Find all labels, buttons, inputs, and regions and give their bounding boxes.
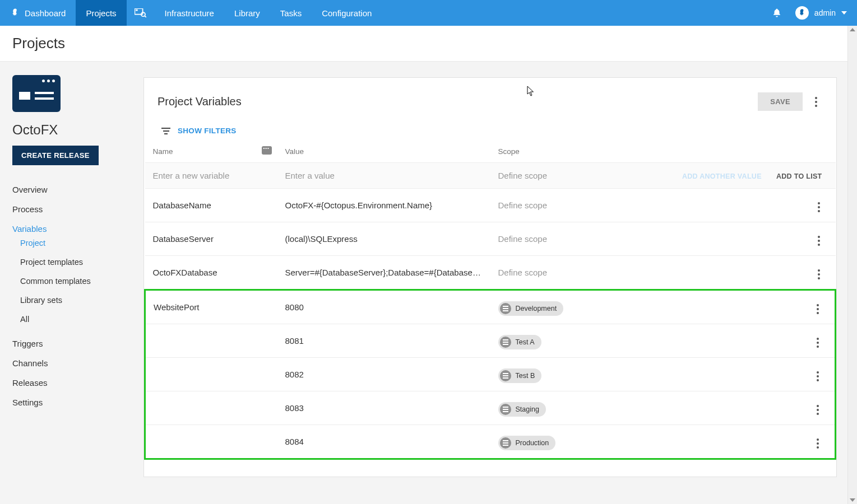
variable-name-cell[interactable]: [145, 358, 277, 391]
variable-value-cell[interactable]: 8083: [277, 391, 490, 425]
sidenav-releases[interactable]: Releases: [12, 373, 143, 393]
sidenav-process[interactable]: Process: [12, 199, 143, 219]
nav-search[interactable]: [127, 0, 155, 26]
variable-name-cell[interactable]: [145, 425, 277, 459]
sidenav-settings[interactable]: Settings: [12, 393, 143, 412]
variable-value-cell[interactable]: 8084: [277, 425, 490, 459]
variable-row: 8084Production: [145, 425, 836, 459]
nav-projects-label: Projects: [86, 8, 116, 18]
col-scope: Scope: [490, 143, 668, 163]
nav-projects[interactable]: Projects: [76, 0, 126, 26]
page-header: Projects: [0, 26, 857, 62]
user-menu[interactable]: admin: [790, 0, 857, 26]
create-release-button[interactable]: CREATE RELEASE: [12, 146, 99, 165]
variable-scope-cell[interactable]: Define scope: [490, 189, 668, 222]
card-title: Project Variables: [157, 95, 758, 108]
sidenav-releases-label: Releases: [12, 378, 48, 388]
nav-dashboard[interactable]: Dashboard: [0, 0, 76, 26]
nav-infrastructure[interactable]: Infrastructure: [155, 0, 224, 26]
variable-scope-cell[interactable]: Define scope: [490, 222, 668, 256]
new-variable-value-input[interactable]: Enter a value: [277, 163, 490, 189]
variable-row: OctoFXDatabaseServer=#{DatabaseServer};D…: [145, 256, 836, 290]
variables-table: Name Value Scope Enter a new variable En…: [144, 143, 836, 460]
description-icon[interactable]: [262, 146, 272, 155]
scope-chip-label: Test B: [516, 372, 535, 380]
scope-chip-label: Test A: [516, 338, 535, 346]
row-overflow-menu[interactable]: [811, 370, 824, 383]
row-overflow-menu[interactable]: [811, 403, 824, 417]
variable-scope-cell[interactable]: Production: [490, 425, 668, 459]
bell-icon: [772, 8, 782, 18]
variable-scope-cell[interactable]: Define scope: [490, 256, 668, 290]
variable-actions-cell: [668, 222, 836, 256]
sidenav-variables-common-templates[interactable]: Common templates: [20, 272, 143, 291]
project-sidebar: OctoFX CREATE RELEASE Overview Process V…: [0, 62, 143, 504]
notifications-button[interactable]: [764, 0, 790, 26]
variable-scope-cell[interactable]: Development: [490, 290, 668, 324]
nav-configuration[interactable]: Configuration: [312, 0, 382, 26]
logo-icon: [10, 8, 20, 18]
nav-tasks[interactable]: Tasks: [270, 0, 312, 26]
sidenav-variables-library-sets[interactable]: Library sets: [20, 291, 143, 310]
variable-name-cell[interactable]: [145, 391, 277, 425]
filter-icon: [161, 128, 171, 134]
sidenav-channels-label: Channels: [12, 358, 48, 368]
col-name-label: Name: [153, 147, 173, 156]
variable-name-cell[interactable]: DatabaseServer: [145, 222, 277, 256]
row-overflow-menu[interactable]: [812, 200, 826, 214]
environment-icon: [500, 303, 511, 314]
nav-library[interactable]: Library: [224, 0, 270, 26]
variable-actions-cell: [668, 189, 836, 222]
scope-chip[interactable]: Production: [498, 436, 556, 450]
variable-value-cell[interactable]: 8081: [277, 324, 490, 358]
scope-chip-label: Staging: [516, 405, 539, 413]
sidenav-triggers-label: Triggers: [12, 339, 43, 348]
new-variable-name-input[interactable]: Enter a new variable: [145, 163, 277, 189]
user-label: admin: [814, 8, 836, 17]
environment-icon: [500, 437, 511, 449]
variable-value-cell[interactable]: 8080: [277, 290, 490, 324]
new-variable-scope-input[interactable]: Define scope: [490, 163, 668, 189]
save-button[interactable]: SAVE: [758, 92, 803, 111]
row-overflow-menu[interactable]: [812, 268, 826, 281]
card-overflow-menu[interactable]: [809, 95, 823, 109]
variable-name-cell[interactable]: DatabaseName: [145, 189, 277, 222]
variable-name-cell[interactable]: WebsitePort: [145, 290, 277, 324]
scrollbar[interactable]: [847, 26, 857, 504]
scope-chip[interactable]: Staging: [498, 402, 546, 417]
row-overflow-menu[interactable]: [811, 437, 824, 450]
sidenav-variables[interactable]: Variables Project Project templates Comm…: [12, 219, 143, 334]
variable-scope-cell[interactable]: Test B: [490, 358, 668, 391]
scope-chip[interactable]: Test B: [498, 368, 542, 383]
sidenav-variables-project-templates[interactable]: Project templates: [20, 253, 143, 272]
sidenav-triggers[interactable]: Triggers: [12, 334, 143, 353]
add-another-value-button[interactable]: ADD ANOTHER VALUE: [682, 172, 762, 180]
variable-value-cell[interactable]: OctoFX-#{Octopus.Environment.Name}: [277, 189, 490, 222]
sidenav-variables-common-templates-label: Common templates: [20, 277, 91, 286]
sidenav-overview[interactable]: Overview: [12, 180, 143, 199]
scope-chip[interactable]: Development: [498, 301, 564, 316]
main-content: Project Variables SAVE SHOW FILTERS Name…: [143, 62, 857, 504]
row-overflow-menu[interactable]: [812, 234, 826, 248]
variable-value-cell[interactable]: (local)\SQLExpress: [277, 222, 490, 256]
sidenav-process-label: Process: [12, 204, 43, 214]
sidenav-settings-label: Settings: [12, 398, 43, 407]
sidenav-variables-project-templates-label: Project templates: [20, 258, 83, 267]
svg-line-3: [145, 16, 146, 17]
sidenav-variables-all[interactable]: All: [20, 310, 143, 329]
row-overflow-menu[interactable]: [811, 302, 824, 316]
sidenav-channels[interactable]: Channels: [12, 353, 143, 373]
show-filters-button[interactable]: SHOW FILTERS: [178, 127, 237, 135]
variable-name-cell[interactable]: [145, 324, 277, 358]
row-overflow-menu[interactable]: [811, 336, 824, 349]
sidenav-variables-project[interactable]: Project: [20, 234, 143, 253]
variable-row: WebsitePort8080Development: [145, 290, 836, 324]
variable-scope-cell[interactable]: Test A: [490, 324, 668, 358]
variable-value-cell[interactable]: 8082: [277, 358, 490, 391]
variable-value-cell[interactable]: Server=#{DatabaseServer};Database=#{Data…: [277, 256, 490, 290]
add-to-list-button[interactable]: ADD TO LIST: [776, 172, 828, 180]
variable-scope-cell[interactable]: Staging: [490, 391, 668, 425]
scope-chip[interactable]: Test A: [498, 335, 541, 349]
variable-actions-cell: [668, 324, 836, 358]
variable-name-cell[interactable]: OctoFXDatabase: [145, 256, 277, 290]
